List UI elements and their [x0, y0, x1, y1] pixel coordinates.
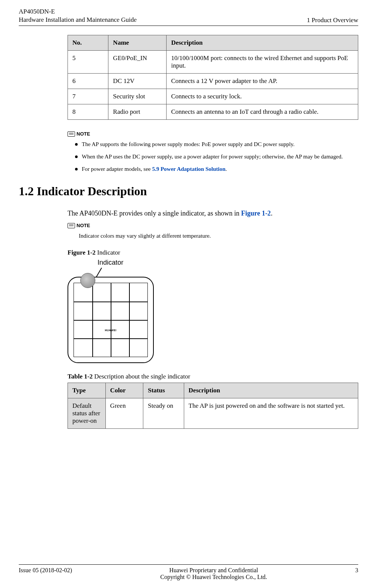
chapter-label: 1 Product Overview — [307, 17, 358, 24]
product-name: AP4050DN-E — [19, 8, 137, 16]
indicator-table: Type Color Status Description Default st… — [68, 383, 358, 429]
th-name: Name — [108, 35, 167, 51]
ap-grid: HUAWEI — [74, 283, 148, 357]
list-text: For power adapter models, see — [82, 166, 152, 172]
th-desc: Description — [184, 383, 358, 398]
figure-caption: Figure 1-2 Indicator — [68, 249, 358, 256]
list-text: . — [225, 166, 227, 172]
note-block-1: NOTE The AP supports the following power… — [68, 131, 358, 173]
note-label: NOTE — [68, 223, 358, 228]
intro-text: The AP4050DN-E provides only a single in… — [68, 210, 241, 217]
note-label: NOTE — [68, 131, 358, 137]
header-left: AP4050DN-E Hardware Installation and Mai… — [19, 8, 137, 24]
page-footer: Issue 05 (2018-02-02) Huawei Proprietary… — [19, 564, 358, 580]
indicator-figure: Indicator HUAWEI — [68, 259, 165, 364]
footer-copyright: Copyright © Huawei Technologies Co., Ltd… — [72, 574, 355, 580]
th-no: No. — [68, 35, 108, 51]
ports-table: No. Name Description 5 GE0/PoE_IN 10/100… — [68, 35, 358, 120]
cell-name: DC 12V — [108, 74, 167, 89]
cell-desc: The AP is just powered on and the softwa… — [184, 398, 358, 429]
list-item: The AP supports the following power supp… — [75, 140, 358, 148]
indicator-line — [96, 268, 102, 277]
footer-issue: Issue 05 (2018-02-02) — [19, 567, 72, 574]
led-indicator-icon — [80, 273, 95, 288]
page-header: AP4050DN-E Hardware Installation and Mai… — [19, 8, 358, 26]
table-row: 7 Security slot Connects to a security l… — [68, 89, 358, 104]
cell-desc: 10/100/1000M port: connects to the wired… — [167, 51, 358, 74]
table-row: 6 DC 12V Connects a 12 V power adapter t… — [68, 74, 358, 89]
table-header-row: No. Name Description — [68, 35, 358, 51]
footer-center: Huawei Proprietary and Confidential Copy… — [72, 567, 355, 580]
th-color: Color — [105, 383, 143, 398]
intro-paragraph: The AP4050DN-E provides only a single in… — [68, 210, 358, 217]
th-type: Type — [68, 383, 106, 398]
note-block-2: NOTE Indicator colors may vary slightly … — [68, 223, 358, 240]
list-item: When the AP uses the DC power supply, us… — [75, 153, 358, 161]
note-text: NOTE — [77, 223, 90, 228]
table-header-row: Type Color Status Description — [68, 383, 358, 398]
th-status: Status — [143, 383, 184, 398]
cell-no: 8 — [68, 104, 108, 120]
power-adaptation-link[interactable]: 5.9 Power Adaptation Solution — [152, 166, 225, 172]
table-row: 8 Radio port Connects an antenna to an I… — [68, 104, 358, 120]
table-title: Description about the single indicator — [93, 373, 190, 380]
note-list: The AP supports the following power supp… — [68, 140, 358, 173]
th-desc: Description — [167, 35, 358, 51]
cell-color: Green — [105, 398, 143, 429]
cell-desc: Connects to a security lock. — [167, 89, 358, 104]
cell-no: 5 — [68, 51, 108, 74]
table-number: Table 1-2 — [68, 373, 93, 380]
cell-no: 7 — [68, 89, 108, 104]
cell-name: Security slot — [108, 89, 167, 104]
ap-device-illustration: HUAWEI — [68, 277, 154, 363]
note-icon — [68, 223, 75, 228]
figure-number: Figure 1-2 — [68, 249, 96, 256]
cell-desc: Connects an antenna to an IoT card throu… — [167, 104, 358, 120]
indicator-label: Indicator — [98, 259, 123, 267]
cell-type: Default status after power-on — [68, 398, 106, 429]
cell-status: Steady on — [143, 398, 184, 429]
figure-link[interactable]: Figure 1-2 — [241, 210, 271, 217]
figure-title: Indicator — [96, 249, 120, 256]
table-row: Default status after power-on Green Stea… — [68, 398, 358, 429]
cell-desc: Connects a 12 V power adapter to the AP. — [167, 74, 358, 89]
note-paragraph: Indicator colors may vary slightly at di… — [68, 232, 358, 240]
section-heading: 1.2 Indicator Description — [19, 184, 358, 198]
list-item: For power adapter models, see 5.9 Power … — [75, 165, 358, 173]
cell-name: Radio port — [108, 104, 167, 120]
intro-text: . — [271, 210, 273, 217]
footer-page: 3 — [355, 567, 358, 574]
table-caption: Table 1-2 Description about the single i… — [68, 373, 358, 380]
cell-name: GE0/PoE_IN — [108, 51, 167, 74]
note-icon — [68, 131, 75, 137]
brand-logo: HUAWEI — [105, 329, 117, 332]
doc-title: Hardware Installation and Maintenance Gu… — [19, 16, 137, 24]
table-row: 5 GE0/PoE_IN 10/100/1000M port: connects… — [68, 51, 358, 74]
footer-confidential: Huawei Proprietary and Confidential — [72, 567, 355, 574]
note-text: NOTE — [77, 131, 90, 137]
cell-no: 6 — [68, 74, 108, 89]
